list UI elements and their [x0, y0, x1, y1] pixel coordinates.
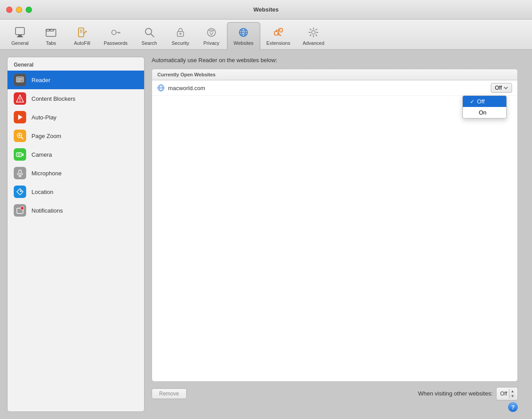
websites-panel: Currently Open Websites macworld.com	[152, 69, 518, 382]
page-zoom-label: Page Zoom	[31, 133, 61, 139]
website-dropdown-button[interactable]: Off	[491, 83, 512, 93]
window-controls	[6, 7, 32, 13]
toolbar-item-advanced[interactable]: Advanced	[297, 23, 331, 49]
toolbar-item-search[interactable]: Search	[134, 23, 165, 49]
remove-button[interactable]: Remove	[152, 388, 187, 399]
other-websites-control: When visiting other websites: Off ▲ ▼	[418, 387, 518, 400]
general-icon	[13, 25, 27, 40]
svg-line-16	[151, 34, 154, 37]
passwords-label: Passwords	[104, 40, 128, 46]
tabs-label: Tabs	[46, 40, 56, 46]
svg-rect-26	[274, 32, 278, 35]
sidebar-section-header: General	[8, 57, 144, 71]
svg-point-11	[112, 30, 116, 35]
toolbar-item-security[interactable]: Security	[165, 23, 196, 49]
location-label: Location	[31, 189, 53, 195]
sidebar-item-microphone[interactable]: Microphone	[8, 164, 144, 182]
toolbar-item-tabs[interactable]: Tabs	[35, 23, 66, 49]
titlebar: Websites	[0, 0, 532, 20]
close-button[interactable]	[6, 7, 12, 13]
maximize-button[interactable]	[26, 7, 32, 13]
autofill-icon	[75, 25, 89, 40]
sidebar-item-auto-play[interactable]: Auto-Play	[8, 108, 144, 126]
toolbar-item-privacy[interactable]: Privacy	[196, 23, 227, 49]
toolbar: General Tabs AutoFill	[0, 20, 532, 50]
page-zoom-icon	[14, 130, 26, 142]
window-title: Websites	[254, 6, 279, 13]
svg-point-43	[18, 154, 20, 156]
svg-rect-6	[78, 28, 84, 37]
privacy-icon	[204, 25, 219, 40]
advanced-label: Advanced	[303, 40, 325, 46]
websites-icon	[236, 25, 250, 40]
security-icon	[173, 25, 188, 40]
svg-rect-3	[46, 29, 56, 36]
svg-point-18	[180, 33, 181, 35]
toolbar-item-autofill[interactable]: AutoFill	[66, 23, 98, 49]
search-label: Search	[141, 40, 157, 46]
toolbar-item-general[interactable]: General	[4, 23, 35, 49]
svg-point-10	[86, 31, 87, 32]
privacy-label: Privacy	[203, 40, 219, 46]
svg-rect-1	[18, 35, 22, 36]
general-label: General	[11, 40, 28, 46]
sidebar-item-location[interactable]: Location	[8, 182, 144, 201]
camera-icon	[14, 148, 26, 161]
svg-rect-41	[16, 153, 22, 157]
passwords-icon	[109, 25, 123, 40]
auto-play-icon	[14, 111, 26, 123]
dropdown-option-on[interactable]: On	[463, 107, 506, 118]
dropdown-value: Off	[495, 85, 502, 91]
option-off-label: Off	[477, 98, 485, 105]
svg-point-50	[20, 206, 24, 210]
stepper-arrows[interactable]: ▲ ▼	[509, 389, 516, 399]
sidebar: General Reader Conte	[7, 57, 145, 412]
sidebar-item-notifications[interactable]: Notifications	[8, 201, 144, 220]
toolbar-item-websites[interactable]: Websites	[227, 22, 260, 50]
sidebar-item-content-blockers[interactable]: Content Blockers	[8, 89, 144, 108]
svg-rect-0	[16, 28, 24, 35]
toolbar-item-extensions[interactable]: Extensions	[260, 23, 297, 49]
location-icon	[14, 186, 26, 198]
other-websites-label: When visiting other websites:	[418, 390, 493, 397]
svg-rect-44	[19, 170, 21, 174]
other-websites-value: Off	[500, 391, 507, 397]
main-content: General Reader Conte	[0, 50, 532, 419]
tabs-icon	[44, 25, 58, 40]
content-area: Automatically use Reader on the websites…	[145, 57, 525, 412]
arrow-down-icon: ▼	[511, 394, 514, 399]
sidebar-item-camera[interactable]: Camera	[8, 145, 144, 164]
website-dropdown-container: Off ✓ Off On	[491, 83, 512, 93]
website-name: macworld.com	[168, 85, 491, 91]
svg-rect-2	[17, 36, 23, 37]
extensions-label: Extensions	[266, 40, 290, 46]
sidebar-item-reader[interactable]: Reader	[8, 71, 144, 89]
svg-rect-5	[50, 29, 54, 31]
toolbar-item-passwords[interactable]: Passwords	[98, 23, 134, 49]
auto-play-label: Auto-Play	[31, 114, 56, 121]
sidebar-item-page-zoom[interactable]: Page Zoom	[8, 126, 144, 145]
table-row: macworld.com Off ✓ Off	[152, 80, 517, 96]
help-button[interactable]: ?	[508, 402, 518, 412]
website-favicon	[157, 84, 164, 91]
bottom-bar: Remove When visiting other websites: Off…	[152, 387, 518, 400]
autofill-label: AutoFill	[74, 40, 90, 46]
microphone-label: Microphone	[31, 170, 62, 177]
arrow-up-icon: ▲	[511, 389, 514, 394]
svg-point-35	[20, 101, 20, 102]
other-websites-select[interactable]: Off ▲ ▼	[496, 387, 518, 400]
reader-label: Reader	[31, 77, 51, 83]
content-description: Automatically use Reader on the websites…	[152, 57, 518, 63]
websites-label: Websites	[234, 40, 254, 46]
dropdown-option-off[interactable]: ✓ Off	[463, 96, 506, 107]
extensions-icon	[271, 25, 286, 40]
advanced-icon	[306, 25, 321, 40]
svg-point-28	[312, 31, 315, 34]
websites-panel-header: Currently Open Websites	[152, 69, 517, 80]
minimize-button[interactable]	[16, 7, 22, 13]
content-blockers-icon	[14, 92, 26, 105]
reader-icon	[14, 74, 26, 86]
checkmark-icon: ✓	[470, 99, 474, 105]
camera-label: Camera	[31, 151, 52, 158]
dropdown-popup: ✓ Off On	[462, 95, 507, 119]
